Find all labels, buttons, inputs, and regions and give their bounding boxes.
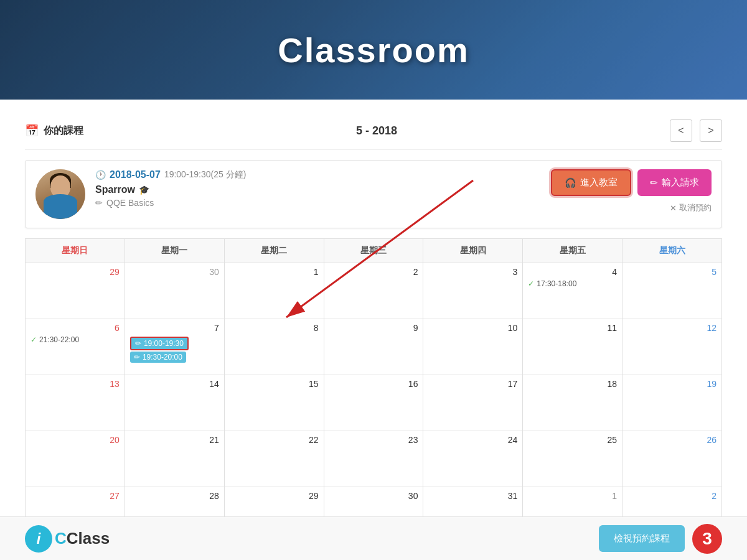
lesson-actions: 🎧 進入教室 ✏ 輸入請求 ✕ 取消預約 <box>551 169 712 213</box>
day-number: 18 <box>528 379 617 389</box>
day-number: 19 <box>627 379 716 389</box>
calendar-row: 13141516171819 <box>26 375 722 431</box>
x-icon: ✕ <box>670 203 677 213</box>
day-number: 3 <box>428 267 517 277</box>
calendar-cell: 10 <box>423 319 523 375</box>
cancel-booking-button[interactable]: ✕ 取消預約 <box>670 202 712 213</box>
input-request-button[interactable]: ✏ 輸入請求 <box>637 169 712 196</box>
enter-classroom-button[interactable]: 🎧 進入教室 <box>551 169 631 196</box>
logo-i-icon: i <box>25 525 52 553</box>
view-bookings-button[interactable]: 檢視預約課程 <box>599 525 685 552</box>
calendar-header-row: 星期日 星期一 星期二 星期三 星期四 星期五 星期六 <box>26 239 722 263</box>
day-number: 15 <box>230 379 319 389</box>
calendar-cell: 8 <box>224 319 324 375</box>
header-sunday: 星期日 <box>26 239 125 263</box>
calendar-row: 6✓21:30-22:007✏19:00-19:30✏19:30-20:0089… <box>26 319 722 375</box>
booked-event[interactable]: ✓21:30-22:00 <box>31 335 120 344</box>
calendar-cell: 11 <box>523 319 622 375</box>
calendar-row: 20212223242526 <box>26 431 722 487</box>
day-number: 1 <box>528 491 617 501</box>
lesson-course: ✏ QQE Basics <box>95 198 551 208</box>
calendar-cell: 26 <box>622 431 722 487</box>
footer: i CClass 檢視預約課程 3 <box>0 516 747 560</box>
month-year-label: 5 - 2018 <box>83 124 670 138</box>
calendar-cell: 29 <box>26 263 125 319</box>
day-number: 13 <box>31 379 120 389</box>
event-chip[interactable]: ✏19:00-19:30 <box>130 337 189 350</box>
calendar-header: 📅 你的課程 5 - 2018 < > <box>25 112 722 150</box>
day-number: 26 <box>627 435 716 445</box>
calendar-cell: 16 <box>324 375 423 431</box>
day-number: 23 <box>329 435 418 445</box>
header-wednesday: 星期三 <box>324 239 423 263</box>
pencil-icon: ✏ <box>134 353 140 362</box>
calendar-cell: 4✓17:30-18:00 <box>523 263 622 319</box>
day-number: 29 <box>230 491 319 501</box>
check-icon: ✓ <box>31 335 37 344</box>
lesson-duration: (25 分鐘) <box>211 169 247 179</box>
calendar-cell: 21 <box>125 431 224 487</box>
calendar-cell: 15 <box>224 375 324 431</box>
page-title: Classroom <box>278 30 469 70</box>
calendar-cell: 18 <box>523 375 622 431</box>
check-icon: ✓ <box>528 279 534 288</box>
day-number: 16 <box>329 379 418 389</box>
graduation-icon: 🎓 <box>139 185 149 195</box>
header-saturday: 星期六 <box>622 239 722 263</box>
calendar-icon: 📅 <box>25 124 39 138</box>
edit-icon: ✏ <box>650 177 658 189</box>
calendar-cell: 7✏19:00-19:30✏19:30-20:00 <box>125 319 224 375</box>
teacher-name: Sparrow 🎓 <box>95 184 551 195</box>
calendar-cell: 5 <box>622 263 722 319</box>
event-chip[interactable]: ✏19:30-20:00 <box>130 352 186 363</box>
day-number: 2 <box>329 267 418 277</box>
day-number: 25 <box>528 435 617 445</box>
booked-event[interactable]: ✓17:30-18:00 <box>528 279 617 288</box>
calendar-cell: 25 <box>523 431 622 487</box>
pencil-icon: ✏ <box>95 198 103 208</box>
calendar-cell: 23 <box>324 431 423 487</box>
day-number: 2 <box>627 491 716 501</box>
clock-icon: 🕐 <box>95 170 106 180</box>
day-number: 4 <box>528 267 617 277</box>
calendar-cell: 12 <box>622 319 722 375</box>
calendar-cell: 19 <box>622 375 722 431</box>
day-number: 8 <box>230 323 319 333</box>
day-number: 30 <box>130 267 219 277</box>
lesson-time-range: 19:00-19:30(25 分鐘) <box>164 169 247 180</box>
your-courses-label: 你的課程 <box>44 124 83 138</box>
calendar-cell: 1 <box>224 263 324 319</box>
day-number: 9 <box>329 323 418 333</box>
header-monday: 星期一 <box>125 239 224 263</box>
day-number: 20 <box>31 435 120 445</box>
next-month-button[interactable]: > <box>700 119 722 142</box>
action-buttons-row: 🎧 進入教室 ✏ 輸入請求 <box>551 169 712 196</box>
lesson-info: 🕐 2018-05-07 19:00-19:30(25 分鐘) Sparrow … <box>95 169 551 208</box>
logo-class-text: CClass <box>55 529 110 548</box>
day-number: 17 <box>428 379 517 389</box>
day-number: 11 <box>528 323 617 333</box>
calendar-cell: 14 <box>125 375 224 431</box>
lesson-card: 🕐 2018-05-07 19:00-19:30(25 分鐘) Sparrow … <box>25 160 722 228</box>
day-number: 1 <box>230 267 319 277</box>
day-number: 30 <box>329 491 418 501</box>
calendar-grid: 星期日 星期一 星期二 星期三 星期四 星期五 星期六 29301234✓17:… <box>25 238 722 543</box>
day-number: 21 <box>130 435 219 445</box>
day-number: 12 <box>627 323 716 333</box>
prev-month-button[interactable]: < <box>670 119 692 142</box>
day-number: 6 <box>31 323 120 333</box>
calendar-row: 29301234✓17:30-18:005 <box>26 263 722 319</box>
calendar-cell: 24 <box>423 431 523 487</box>
header-tuesday: 星期二 <box>224 239 324 263</box>
pencil-icon: ✏ <box>135 339 141 348</box>
iclass-logo: i CClass <box>25 525 110 553</box>
calendar-cell: 30 <box>125 263 224 319</box>
day-number: 5 <box>627 267 716 277</box>
day-number: 7 <box>130 323 219 333</box>
day-number: 22 <box>230 435 319 445</box>
main-content: 📅 你的課程 5 - 2018 < > 🕐 2018-05-07 19:00-1… <box>0 100 747 556</box>
calendar-cell: 13 <box>26 375 125 431</box>
lesson-time: 🕐 2018-05-07 19:00-19:30(25 分鐘) <box>95 169 551 180</box>
day-number: 28 <box>130 491 219 501</box>
lesson-date: 2018-05-07 <box>110 169 161 180</box>
